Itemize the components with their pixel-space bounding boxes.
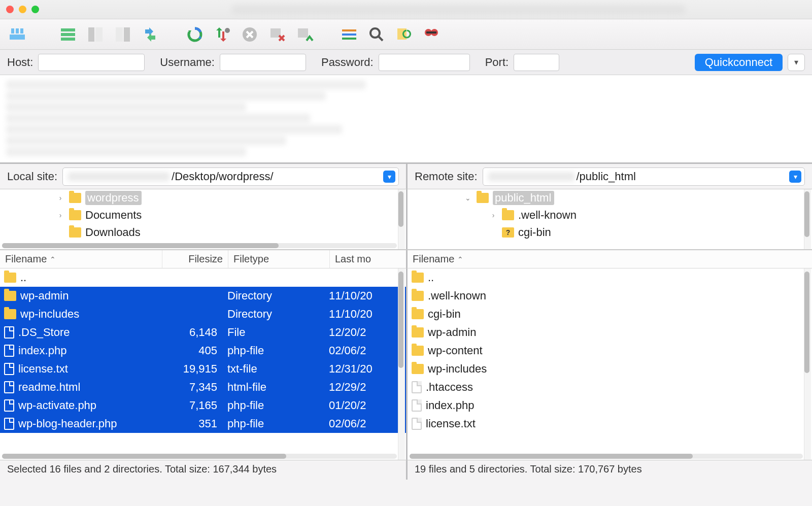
scrollbar-horizontal[interactable] [410,454,803,459]
table-row[interactable]: .htaccess [408,378,812,396]
find-button[interactable] [419,22,444,47]
table-row[interactable]: readme.html7,345html-file12/29/2 [0,378,406,396]
file-icon [412,399,422,412]
filename-cell: wp-content [428,344,483,357]
col-filesize[interactable]: Filesize [162,250,228,268]
message-log[interactable] [0,75,812,164]
password-input[interactable] [379,54,470,71]
table-row[interactable]: .. [408,268,812,287]
tree-item[interactable]: ›wordpress [0,189,406,207]
table-row[interactable]: wp-content [408,342,812,360]
filename-cell: wp-includes [428,362,487,376]
minimize-icon[interactable] [19,6,26,13]
tree-item[interactable]: ›.well-known [408,207,812,224]
lastmod-cell: 12/29/2 [325,381,396,394]
quickconnect-history-button[interactable]: ▾ [788,54,805,71]
folder-icon [412,327,424,338]
table-row[interactable]: license.txt [408,415,812,433]
chevron-down-icon[interactable]: ▾ [383,171,395,183]
toggle-transfer-queue-button[interactable] [138,22,162,47]
expand-caret-icon[interactable]: › [56,211,65,219]
tree-item[interactable]: ⌄public_html [408,189,812,207]
close-icon[interactable] [6,6,14,13]
tree-item[interactable]: Downloads [0,224,406,241]
local-site-path[interactable]: /Desktop/wordpress/ ▾ [62,167,399,186]
col-filetype[interactable]: Filetype [228,250,330,268]
table-row[interactable]: wp-adminDirectory11/10/20 [0,287,406,305]
scrollbar-vertical[interactable] [398,189,405,249]
filename-cell: wp-admin [20,289,69,302]
port-input[interactable] [514,54,559,71]
filename-cell: wp-activate.php [18,399,96,412]
compare-button[interactable] [392,22,416,47]
table-row[interactable]: wp-admin [408,323,812,342]
filetype-cell: txt-file [223,362,325,376]
svg-rect-7 [88,27,94,42]
filetype-cell: File [223,326,325,339]
site-path-row: Local site: /Desktop/wordpress/ ▾ Remote… [0,164,812,189]
col-filename[interactable]: Filename⌃ [408,250,812,268]
filename-cell: .well-known [428,289,486,302]
table-row[interactable]: license.txt19,915txt-file12/31/20 [0,360,406,378]
scrollbar-vertical[interactable] [804,268,811,460]
local-tree[interactable]: ›wordpress›DocumentsDownloads [0,189,406,249]
table-row[interactable]: wp-includes [408,360,812,378]
folder-icon [4,291,16,301]
tree-item[interactable]: ?cgi-bin [408,224,812,241]
sort-asc-icon: ⌃ [50,255,56,263]
expand-caret-icon[interactable]: › [489,211,498,219]
remote-file-list[interactable]: ...well-knowncgi-binwp-adminwp-contentwp… [406,268,812,460]
remote-site-path[interactable]: /public_html ▾ [483,167,805,186]
toggle-local-tree-button[interactable] [83,22,108,47]
maximize-icon[interactable] [31,6,39,13]
folder-icon [69,227,81,238]
folder-icon [412,309,424,319]
local-file-list[interactable]: ..wp-adminDirectory11/10/20wp-includesDi… [0,268,406,460]
reconnect-button[interactable] [292,22,317,47]
toggle-log-button[interactable] [56,22,80,47]
table-row[interactable]: wp-blog-header.php351php-file02/06/2 [0,415,406,433]
table-row[interactable]: index.php [408,396,812,415]
username-label: Username: [160,56,215,69]
scrollbar-vertical[interactable] [804,189,811,249]
filename-cell: .htaccess [426,381,473,394]
filter-button[interactable] [337,22,361,47]
refresh-button[interactable] [183,22,207,47]
table-row[interactable]: index.php405php-file02/06/2 [0,342,406,360]
toggle-remote-tree-button[interactable] [111,22,135,47]
svg-rect-4 [61,28,75,31]
expand-caret-icon[interactable]: ⌄ [463,194,472,202]
username-input[interactable] [220,54,306,71]
table-row[interactable]: .. [0,268,406,287]
lastmod-cell: 02/06/2 [325,417,396,430]
table-row[interactable]: .well-known [408,287,812,305]
filename-cell: license.txt [18,362,68,376]
svg-rect-10 [124,27,130,42]
process-queue-button[interactable] [210,22,234,47]
search-button[interactable] [364,22,389,47]
host-input[interactable] [38,54,145,71]
scrollbar-vertical[interactable] [398,268,405,460]
filesize-cell: 7,165 [157,399,223,412]
file-icon [4,418,14,430]
svg-point-18 [370,28,380,38]
disconnect-button[interactable] [265,22,289,47]
tree-item[interactable]: ›Documents [0,207,406,224]
scrollbar-horizontal[interactable] [2,454,397,459]
cancel-button[interactable] [238,22,262,47]
expand-caret-icon[interactable]: › [56,194,65,202]
chevron-down-icon[interactable]: ▾ [789,171,801,183]
remote-tree[interactable]: ⌄public_html›.well-known?cgi-bin [406,189,812,249]
file-icon [4,345,14,357]
filename-cell: .. [428,271,434,284]
table-row[interactable]: wp-activate.php7,165php-file01/20/2 [0,396,406,415]
table-row[interactable]: .DS_Store6,148File12/20/2 [0,323,406,342]
table-row[interactable]: wp-includesDirectory11/10/20 [0,305,406,323]
file-icon [4,326,14,339]
site-manager-button[interactable] [5,22,29,47]
quickconnect-button[interactable]: Quickconnect [695,54,783,71]
col-lastmod[interactable]: Last mo [330,250,406,268]
scrollbar-horizontal[interactable] [2,243,397,248]
col-filename[interactable]: Filename⌃ [0,250,162,268]
table-row[interactable]: cgi-bin [408,305,812,323]
